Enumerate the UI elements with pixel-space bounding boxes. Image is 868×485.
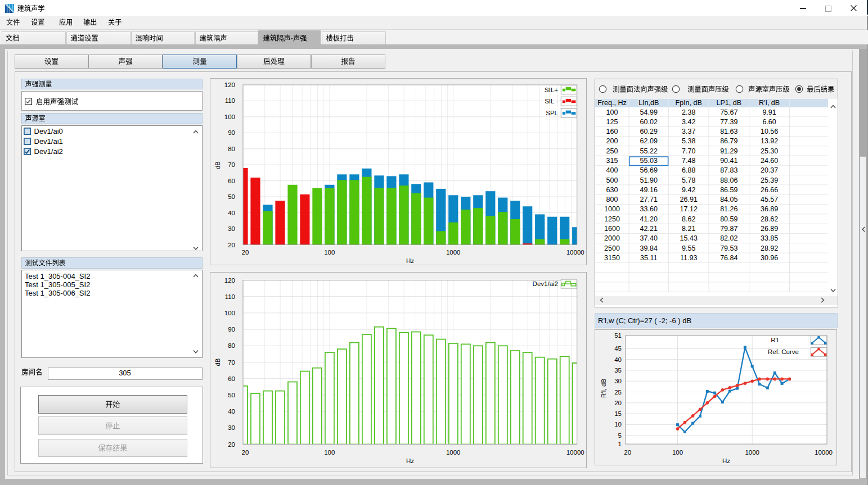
svg-text:35.11: 35.11 bbox=[640, 254, 657, 262]
svg-text:400: 400 bbox=[606, 166, 618, 174]
svg-text:87.83: 87.83 bbox=[720, 166, 737, 174]
svg-text:100: 100 bbox=[606, 108, 618, 116]
svg-text:60.02: 60.02 bbox=[640, 118, 658, 126]
svg-text:800: 800 bbox=[606, 196, 618, 203]
svg-text:6.60: 6.60 bbox=[762, 118, 776, 126]
svg-text:315: 315 bbox=[606, 157, 618, 165]
svg-text:7.70: 7.70 bbox=[682, 147, 695, 155]
svg-text:88.06: 88.06 bbox=[720, 176, 737, 184]
svg-text:81.26: 81.26 bbox=[720, 205, 737, 213]
svg-text:42.21: 42.21 bbox=[640, 225, 658, 233]
svg-text:41.20: 41.20 bbox=[640, 215, 658, 223]
svg-text:5.78: 5.78 bbox=[682, 176, 695, 184]
svg-text:10.56: 10.56 bbox=[761, 128, 778, 135]
svg-text:1600: 1600 bbox=[604, 225, 620, 233]
svg-text:1000: 1000 bbox=[604, 205, 620, 213]
svg-text:26.89: 26.89 bbox=[761, 225, 778, 233]
svg-text:55.03: 55.03 bbox=[640, 157, 658, 165]
svg-text:R'I, dB: R'I, dB bbox=[759, 99, 780, 107]
svg-text:91.29: 91.29 bbox=[720, 147, 737, 155]
svg-text:86.59: 86.59 bbox=[720, 186, 737, 194]
svg-text:LP1, dB: LP1, dB bbox=[717, 99, 741, 107]
svg-text:28.62: 28.62 bbox=[761, 215, 778, 223]
svg-text:LIn,dB: LIn,dB bbox=[638, 99, 659, 107]
svg-text:51.90: 51.90 bbox=[640, 176, 658, 184]
svg-text:30.96: 30.96 bbox=[761, 254, 778, 262]
svg-text:55.22: 55.22 bbox=[640, 147, 658, 155]
svg-text:77.39: 77.39 bbox=[720, 118, 737, 126]
svg-text:2500: 2500 bbox=[604, 244, 620, 252]
svg-text:27.71: 27.71 bbox=[640, 196, 658, 203]
svg-text:15.43: 15.43 bbox=[680, 234, 698, 242]
svg-text:26.91: 26.91 bbox=[680, 196, 698, 203]
svg-text:1250: 1250 bbox=[604, 215, 620, 223]
svg-text:8.62: 8.62 bbox=[682, 215, 695, 223]
svg-text:13.92: 13.92 bbox=[761, 137, 778, 145]
svg-text:24.60: 24.60 bbox=[761, 157, 778, 165]
svg-text:5.38: 5.38 bbox=[682, 137, 695, 145]
svg-text:FpIn, dB: FpIn, dB bbox=[676, 99, 702, 107]
svg-text:82.02: 82.02 bbox=[720, 234, 737, 242]
svg-text:160: 160 bbox=[606, 128, 618, 135]
svg-text:8.21: 8.21 bbox=[682, 225, 695, 233]
svg-text:60.29: 60.29 bbox=[640, 128, 658, 135]
svg-text:39.84: 39.84 bbox=[640, 244, 658, 252]
svg-text:9.55: 9.55 bbox=[682, 244, 695, 252]
svg-text:86.79: 86.79 bbox=[720, 137, 737, 145]
svg-text:630: 630 bbox=[606, 186, 618, 194]
svg-text:76.84: 76.84 bbox=[720, 254, 737, 262]
svg-text:75.67: 75.67 bbox=[720, 108, 737, 116]
svg-text:33.60: 33.60 bbox=[640, 205, 658, 213]
svg-text:125: 125 bbox=[606, 118, 618, 126]
svg-text:56.69: 56.69 bbox=[640, 166, 658, 174]
svg-text:2.38: 2.38 bbox=[682, 108, 695, 116]
svg-text:9.42: 9.42 bbox=[682, 186, 695, 194]
svg-text:25.39: 25.39 bbox=[761, 176, 778, 184]
svg-text:90.41: 90.41 bbox=[720, 157, 737, 165]
svg-text:49.16: 49.16 bbox=[640, 186, 658, 194]
svg-text:17.12: 17.12 bbox=[680, 205, 698, 213]
svg-text:33.85: 33.85 bbox=[761, 234, 778, 242]
svg-text:36.89: 36.89 bbox=[761, 205, 778, 213]
svg-text:200: 200 bbox=[606, 137, 618, 145]
svg-text:37.40: 37.40 bbox=[640, 234, 658, 242]
svg-text:45.57: 45.57 bbox=[761, 196, 778, 203]
svg-text:500: 500 bbox=[606, 176, 618, 184]
svg-text:3150: 3150 bbox=[604, 254, 620, 262]
svg-text:62.09: 62.09 bbox=[640, 137, 658, 145]
svg-text:80.59: 80.59 bbox=[720, 215, 737, 223]
svg-text:79.53: 79.53 bbox=[720, 244, 737, 252]
svg-text:3.42: 3.42 bbox=[682, 118, 695, 126]
svg-text:25.30: 25.30 bbox=[761, 147, 778, 155]
svg-text:54.99: 54.99 bbox=[640, 108, 658, 116]
svg-text:79.87: 79.87 bbox=[720, 225, 737, 233]
svg-text:9.91: 9.91 bbox=[762, 108, 776, 116]
svg-text:3.37: 3.37 bbox=[682, 128, 695, 135]
svg-text:28.92: 28.92 bbox=[761, 244, 778, 252]
svg-text:11.93: 11.93 bbox=[680, 254, 697, 262]
svg-text:6.88: 6.88 bbox=[682, 166, 695, 174]
svg-text:7.48: 7.48 bbox=[682, 157, 695, 165]
svg-text:84.05: 84.05 bbox=[720, 196, 737, 203]
svg-text:2000: 2000 bbox=[604, 234, 620, 242]
svg-text:81.63: 81.63 bbox=[720, 128, 737, 135]
svg-text:26.66: 26.66 bbox=[761, 186, 778, 194]
svg-text:250: 250 bbox=[606, 147, 618, 155]
svg-text:Freq., Hz: Freq., Hz bbox=[597, 99, 626, 107]
svg-text:20.37: 20.37 bbox=[761, 166, 778, 174]
